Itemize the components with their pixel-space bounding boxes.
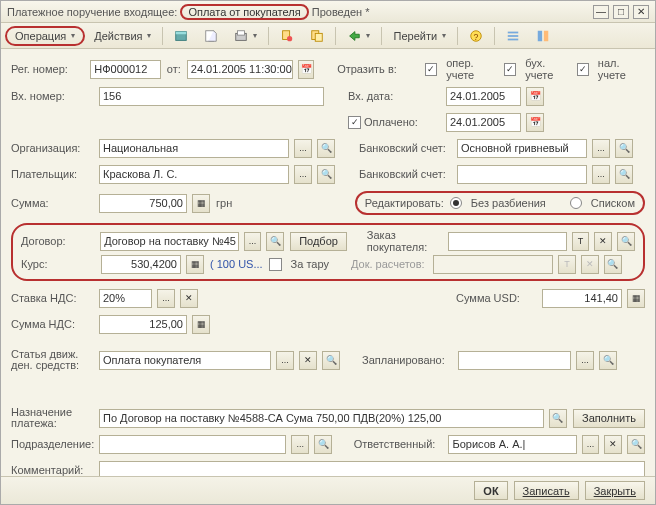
select-button[interactable]: ... [592, 165, 610, 184]
in-date-input[interactable]: 24.01.2005 [446, 87, 521, 106]
org-input[interactable]: Национальная [99, 139, 289, 158]
select-button[interactable]: ... [244, 232, 262, 251]
operation-menu[interactable]: Операция [5, 26, 85, 46]
calc-icon[interactable]: ▦ [192, 315, 210, 334]
minimize-button[interactable]: — [593, 5, 609, 19]
rate-input[interactable]: 530,4200 [101, 255, 181, 274]
calc-icon[interactable]: ▦ [627, 289, 645, 308]
no-split-radio[interactable] [450, 197, 462, 209]
lookup-icon[interactable]: 🔍 [615, 139, 633, 158]
tare-checkbox[interactable] [269, 258, 282, 271]
sum-usd-label: Сумма USD: [456, 292, 536, 304]
toolbar-icon-8[interactable] [529, 26, 557, 46]
vat-rate-input[interactable]: 20% [99, 289, 152, 308]
lookup-icon: 🔍 [604, 255, 622, 274]
clear-icon[interactable]: ✕ [604, 435, 622, 454]
sum-usd-input[interactable]: 141,40 [542, 289, 622, 308]
lookup-icon[interactable]: 🔍 [322, 351, 340, 370]
ok-button[interactable]: ОК [474, 481, 507, 500]
paid-checkbox[interactable] [348, 116, 361, 129]
planned-label: Запланировано: [362, 354, 452, 366]
rate-hint-link[interactable]: ( 100 US... [210, 258, 263, 270]
title-doc-type: Оплата от покупателя [180, 4, 308, 20]
close-window-button[interactable]: ✕ [633, 5, 649, 19]
date-input[interactable]: 24.01.2005 11:30:00 [187, 60, 293, 79]
nal-checkbox[interactable] [577, 63, 589, 76]
clear-icon[interactable]: ✕ [594, 232, 612, 251]
goto-menu[interactable]: Перейти [386, 26, 453, 46]
select-button[interactable]: ... [276, 351, 294, 370]
select-button[interactable]: ... [576, 351, 594, 370]
oper-checkbox[interactable] [425, 63, 437, 76]
buh-checkbox[interactable] [504, 63, 516, 76]
select-button[interactable]: ... [592, 139, 610, 158]
org-label: Организация: [11, 142, 93, 154]
maximize-button[interactable]: □ [613, 5, 629, 19]
bank-acc-input[interactable]: Основной гривневый [457, 139, 587, 158]
edit-mode-group: Редактировать: Без разбиения Списком [355, 191, 645, 215]
close-button[interactable]: Закрыть [585, 481, 645, 500]
toolbar-icon-5[interactable] [303, 26, 331, 46]
calendar-icon[interactable]: 📅 [298, 60, 314, 79]
svg-rect-15 [544, 30, 548, 41]
responsible-label: Ответственный: [354, 438, 443, 450]
clear-icon[interactable]: ✕ [180, 289, 198, 308]
help-button[interactable]: ? [462, 26, 490, 46]
text-icon[interactable]: T [572, 232, 590, 251]
toolbar-icon-4[interactable] [273, 26, 301, 46]
lookup-icon[interactable]: 🔍 [317, 139, 335, 158]
lookup-icon[interactable]: 🔍 [615, 165, 633, 184]
payment-order-window: Платежное поручение входящее: Оплата от … [0, 0, 656, 505]
svg-rect-1 [176, 31, 187, 34]
paid-date-input[interactable]: 24.01.2005 [446, 113, 521, 132]
toolbar-icon-7[interactable] [499, 26, 527, 46]
toolbar-icon-3[interactable] [227, 26, 264, 46]
list-radio[interactable] [570, 197, 582, 209]
save-button[interactable]: Записать [514, 481, 579, 500]
lookup-icon[interactable]: 🔍 [617, 232, 635, 251]
cash-flow-input[interactable]: Оплата покупателя [99, 351, 271, 370]
lookup-icon[interactable]: 🔍 [317, 165, 335, 184]
lookup-icon[interactable]: 🔍 [266, 232, 284, 251]
select-button[interactable]: ... [157, 289, 175, 308]
lookup-icon[interactable]: 🔍 [549, 409, 567, 428]
payer-label: Плательщик: [11, 168, 93, 180]
svg-rect-11 [508, 31, 519, 33]
purpose-input[interactable]: По Договор на поставку №4588-СА Сума 750… [99, 409, 544, 428]
vat-sum-input[interactable]: 125,00 [99, 315, 187, 334]
toolbar-icon-1[interactable] [167, 26, 195, 46]
calendar-icon[interactable]: 📅 [526, 87, 544, 106]
toolbar-icon-2[interactable] [197, 26, 225, 46]
dept-input[interactable] [99, 435, 286, 454]
select-button[interactable]: ... [294, 165, 312, 184]
responsible-input[interactable]: Борисов А. А.| [448, 435, 576, 454]
bank-acc2-input[interactable] [457, 165, 587, 184]
actions-menu[interactable]: Действия [87, 26, 158, 46]
payer-input[interactable]: Краскова Л. С. [99, 165, 289, 184]
title-status: Проведен * [312, 6, 370, 18]
order-input[interactable] [448, 232, 567, 251]
lookup-icon[interactable]: 🔍 [314, 435, 332, 454]
lookup-icon[interactable]: 🔍 [599, 351, 617, 370]
clear-icon[interactable]: ✕ [299, 351, 317, 370]
select-contract-button[interactable]: Подбор [290, 232, 347, 251]
reg-no-input[interactable]: НФ000012 [90, 60, 161, 79]
svg-text:?: ? [474, 31, 479, 41]
calc-icon[interactable]: ▦ [186, 255, 204, 274]
svg-rect-14 [538, 30, 542, 41]
title-pre: Платежное поручение входящее: [7, 6, 177, 18]
toolbar-icon-6[interactable] [340, 26, 377, 46]
fill-button[interactable]: Заполнить [573, 409, 645, 428]
calc-icon[interactable]: ▦ [192, 194, 210, 213]
rate-label: Курс: [21, 258, 95, 270]
select-button[interactable]: ... [291, 435, 309, 454]
contract-input[interactable]: Договор на поставку №45 [100, 232, 238, 251]
in-no-input[interactable]: 156 [99, 87, 324, 106]
sum-input[interactable]: 750,00 [99, 194, 187, 213]
planned-input[interactable] [458, 351, 571, 370]
select-button[interactable]: ... [582, 435, 600, 454]
calendar-icon[interactable]: 📅 [526, 113, 544, 132]
lookup-icon[interactable]: 🔍 [627, 435, 645, 454]
dept-label: Подразделение: [11, 438, 93, 450]
select-button[interactable]: ... [294, 139, 312, 158]
